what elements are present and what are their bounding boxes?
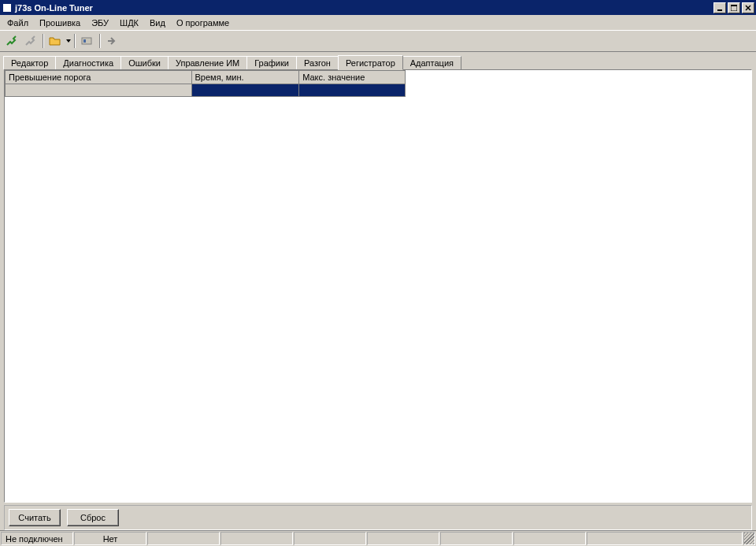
col-header-time[interactable]: Время, мин. [191,71,299,84]
connect-button[interactable] [2,32,20,50]
status-cell-4 [220,532,293,545]
toolbar-separator [99,34,101,48]
tab-bar: Редактор Диагностика Ошибки Управление И… [0,52,756,69]
cell-time[interactable] [191,84,299,97]
plug-green-icon [5,35,17,47]
status-cell-8 [513,532,586,545]
read-button[interactable]: Считать [9,509,61,526]
col-header-threshold[interactable]: Превышение порога [6,71,192,84]
chevron-down-icon [66,39,71,43]
snapshot-icon [80,35,93,47]
window-title: j73s On-Line Tuner [15,3,93,13]
col-header-max[interactable]: Макс. значение [299,71,406,84]
status-cell-7 [440,532,513,545]
data-grid[interactable]: Превышение порога Время, мин. Макс. знач… [5,70,406,97]
cell-max[interactable] [299,84,406,97]
maximize-button[interactable] [728,2,740,13]
status-bar: Не подключен Нет [0,530,756,546]
menu-view[interactable]: Вид [144,17,171,29]
toolbar-separator [74,34,76,48]
arrow-right-icon [106,35,118,47]
status-cell-6 [367,532,439,545]
status-connection: Не подключен [1,532,73,545]
title-bar[interactable]: j73s On-Line Tuner [0,0,756,15]
toolbar [0,31,756,52]
disconnect-button[interactable] [21,32,39,50]
reset-button[interactable]: Сброс [67,509,119,526]
grid-header-row: Превышение порога Время, мин. Макс. знач… [6,71,406,84]
content-panel: Превышение порога Время, мин. Макс. знач… [4,69,752,503]
forward-button[interactable] [103,32,120,50]
resize-grip[interactable] [743,532,755,545]
menu-file[interactable]: Файл [2,17,34,29]
minimize-button[interactable] [713,2,726,13]
menu-shdk[interactable]: ШДК [114,17,144,29]
cell-threshold[interactable] [6,84,192,97]
app-icon [2,3,12,13]
menu-about[interactable]: О программе [171,17,235,29]
tab-registrator[interactable]: Регистратор [338,55,403,70]
empty-area [5,97,751,502]
status-cell-3 [147,532,220,545]
grid-data-row[interactable] [6,84,406,97]
app-window: j73s On-Line Tuner Файл Прошивка ЭБУ ШДК… [0,0,756,546]
tab-im-control[interactable]: Управление ИМ [168,56,247,69]
menu-bar: Файл Прошивка ЭБУ ШДК Вид О программе [0,15,756,31]
menu-firmware[interactable]: Прошивка [34,17,86,29]
svg-rect-0 [717,9,722,11]
snapshot-button[interactable] [78,32,95,50]
close-button[interactable] [742,2,754,13]
tab-charts[interactable]: Графики [246,56,297,69]
toolbar-separator [43,34,44,48]
plug-grey-icon [24,35,36,47]
open-button[interactable] [46,32,64,50]
tab-adaptation[interactable]: Адаптация [402,56,461,69]
status-second: Нет [74,532,146,545]
status-cell-5 [294,532,366,545]
tab-errors[interactable]: Ошибки [120,56,169,69]
svg-rect-6 [83,39,86,43]
svg-rect-2 [731,5,737,6]
tab-acceleration[interactable]: Разгон [296,56,339,69]
tab-editor[interactable]: Редактор [3,56,56,69]
button-panel: Считать Сброс [4,505,752,530]
svg-rect-5 [82,38,91,44]
folder-open-icon [49,35,61,47]
status-cell-flex [587,532,743,545]
menu-ecu[interactable]: ЭБУ [86,17,114,29]
open-dropdown[interactable] [65,32,72,50]
tab-diagnostics[interactable]: Диагностика [55,56,121,69]
